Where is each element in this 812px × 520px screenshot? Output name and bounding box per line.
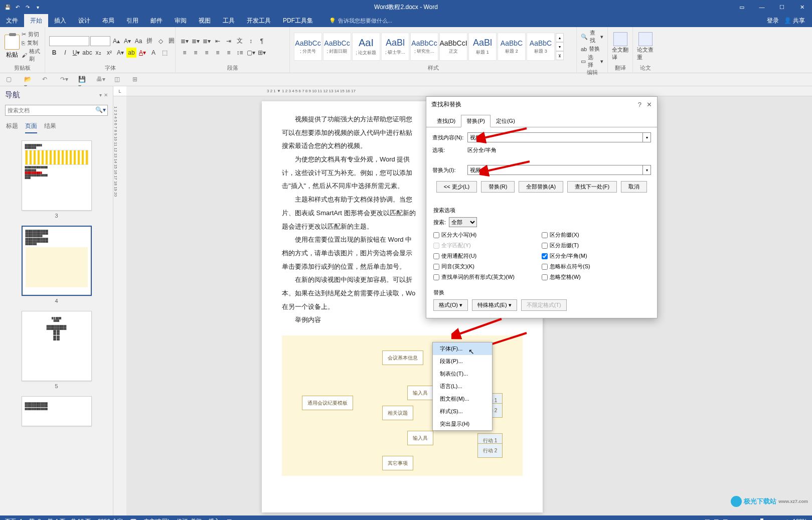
thesis-button[interactable]: 论文查重 bbox=[637, 32, 654, 61]
find-next-button[interactable]: 查找下一处(F) bbox=[567, 181, 617, 193]
style-item[interactable]: AaBbCc; 研究生... bbox=[410, 33, 438, 61]
indent-dec-icon[interactable]: ⇤ bbox=[213, 36, 223, 46]
tab-design[interactable]: 设计 bbox=[72, 14, 96, 27]
justify-icon[interactable]: ≡ bbox=[213, 48, 223, 58]
bullets-icon[interactable]: ≣▾ bbox=[180, 36, 190, 46]
format-menu-frame[interactable]: 图文框(M)... bbox=[433, 393, 492, 405]
dialog-close-icon[interactable]: ✕ bbox=[646, 101, 652, 108]
highlight-icon[interactable]: ab bbox=[126, 48, 136, 58]
less-button[interactable]: << 更少(L) bbox=[436, 181, 477, 193]
copy-button[interactable]: ⎘ 复制 bbox=[22, 39, 41, 47]
indent-inc-icon[interactable]: ⇥ bbox=[224, 36, 234, 46]
nav-tab-pages[interactable]: 页面 bbox=[25, 122, 37, 133]
tab-view[interactable]: 视图 bbox=[193, 14, 217, 27]
multilevel-icon[interactable]: ≣▾ bbox=[202, 36, 212, 46]
font-family-select[interactable] bbox=[49, 36, 89, 46]
tab-insert[interactable]: 插入 bbox=[48, 14, 72, 27]
check-prefix[interactable]: 区分前缀(X) bbox=[542, 231, 650, 239]
status-revise[interactable]: 修订: 关闭 bbox=[177, 517, 202, 521]
status-page-of[interactable]: 第 4 页，共 13 页 bbox=[48, 517, 91, 521]
save-icon[interactable]: 💾 bbox=[3, 3, 12, 12]
page-thumbnail[interactable]: ████████████████████████████████████████… bbox=[22, 396, 92, 426]
tab-pdf[interactable]: PDF工具集 bbox=[277, 14, 319, 27]
check-case[interactable]: 区分大小写(H) bbox=[433, 231, 542, 239]
char-shading-icon[interactable]: A bbox=[148, 48, 158, 58]
qat-blank-icon[interactable]: ▢ bbox=[6, 76, 15, 84]
status-lang[interactable]: 中文(中国) bbox=[144, 517, 170, 521]
select-button[interactable]: ▭ 选择▾ bbox=[581, 54, 603, 69]
line-spacing-icon[interactable]: ↕≡ bbox=[235, 48, 245, 58]
format-button[interactable]: 格式(O) ▾ bbox=[433, 299, 468, 311]
replace-one-button[interactable]: 替换(R) bbox=[481, 181, 515, 193]
tab-references[interactable]: 引用 bbox=[120, 14, 144, 27]
style-expand-icon[interactable]: ⊻ bbox=[556, 51, 564, 60]
find-input[interactable]: 视频 bbox=[467, 132, 643, 142]
qat-undo-icon[interactable]: ↶ bbox=[42, 76, 51, 84]
tab-home[interactable]: 开始 bbox=[24, 14, 48, 27]
cancel-button[interactable]: 取消 bbox=[621, 181, 647, 193]
maximize-icon[interactable]: ☐ bbox=[772, 0, 792, 14]
tab-developer[interactable]: 开发工具 bbox=[241, 14, 277, 27]
translate-button[interactable]: 全文翻译 bbox=[612, 32, 628, 61]
minimize-icon[interactable]: — bbox=[752, 0, 772, 14]
numbering-icon[interactable]: ≣▾ bbox=[191, 36, 201, 46]
styles-gallery[interactable]: AaBbCc; 分类号 AaBbCc; 封面日期 AaI; 论文标题 AaBl;… bbox=[294, 33, 564, 61]
nav-tab-results[interactable]: 结果 bbox=[44, 122, 56, 133]
special-format-button[interactable]: 特殊格式(E) ▾ bbox=[472, 299, 517, 311]
format-menu-language[interactable]: 语言(L)... bbox=[433, 380, 492, 393]
dialog-tab-replace[interactable]: 替换(P) bbox=[461, 115, 491, 127]
format-menu-tabs[interactable]: 制表位(T)... bbox=[433, 368, 492, 380]
replace-all-button[interactable]: 全部替换(A) bbox=[519, 181, 563, 193]
format-menu-font[interactable]: 字体(F)... bbox=[433, 342, 492, 355]
status-insert[interactable]: 插入 bbox=[209, 517, 220, 521]
tell-me[interactable]: 💡 告诉我您想要做什么... bbox=[319, 17, 392, 25]
status-page[interactable]: 页面: 4 bbox=[5, 517, 22, 521]
align-left-icon[interactable]: ≡ bbox=[180, 48, 190, 58]
style-item[interactable]: AaI; 论文标题 bbox=[352, 33, 380, 61]
shrink-font-icon[interactable]: A▾ bbox=[122, 36, 132, 46]
style-item[interactable]: AaBbCc; 封面日期 bbox=[323, 33, 351, 61]
login-button[interactable]: 登录 bbox=[767, 17, 779, 25]
char-border-icon[interactable]: ⬚ bbox=[159, 48, 170, 58]
align-right-icon[interactable]: ≡ bbox=[202, 48, 212, 58]
tab-layout[interactable]: 布局 bbox=[96, 14, 120, 27]
page-thumbnail[interactable]: █ █ ████████████████████████████████████… bbox=[22, 311, 92, 389]
style-item[interactable]: AaBbCcI正文 bbox=[439, 33, 467, 61]
qat-save-icon[interactable]: 💾▾ bbox=[78, 76, 87, 84]
nav-search-input[interactable] bbox=[5, 105, 108, 116]
status-record-icon[interactable]: ▦ bbox=[227, 518, 232, 521]
check-suffix[interactable]: 区分后缀(T) bbox=[542, 242, 650, 249]
superscript-icon[interactable]: x² bbox=[104, 48, 114, 58]
qat-misc-icon[interactable]: ⊞ bbox=[132, 76, 141, 84]
dialog-tab-goto[interactable]: 定位(G) bbox=[491, 115, 521, 127]
clear-format-icon[interactable]: ◇ bbox=[155, 36, 166, 46]
search-direction-select[interactable]: 全部 bbox=[449, 217, 477, 227]
replace-button[interactable]: ab 替换 bbox=[581, 45, 603, 53]
check-ignore-space[interactable]: 忽略空格(W) bbox=[542, 273, 650, 281]
replace-input[interactable]: 视频 bbox=[467, 165, 643, 175]
qat-more-icon[interactable]: ▾ bbox=[33, 3, 42, 12]
tab-review[interactable]: 审阅 bbox=[169, 14, 193, 27]
phonetic-icon[interactable]: 拼 bbox=[144, 36, 154, 46]
check-wordforms[interactable]: 查找单词的所有形式(英文)(W) bbox=[433, 273, 542, 281]
view-print-icon[interactable]: ▦ bbox=[714, 518, 719, 521]
distribute-icon[interactable]: ≡ bbox=[224, 48, 234, 58]
search-icon[interactable]: 🔍▾ bbox=[95, 106, 106, 113]
zoom-out-icon[interactable]: — bbox=[732, 518, 737, 520]
format-menu-highlight[interactable]: 突出显示(H) bbox=[433, 418, 492, 430]
dialog-tab-find[interactable]: 查找(D) bbox=[431, 115, 461, 127]
tab-tools[interactable]: 工具 bbox=[217, 14, 241, 27]
style-scroll-down-icon[interactable]: ▾ bbox=[556, 42, 564, 51]
zoom-in-icon[interactable]: + bbox=[785, 518, 788, 520]
share-button[interactable]: 👤 共享 bbox=[784, 17, 805, 25]
qat-print-icon[interactable]: 🖶▾ bbox=[96, 76, 105, 84]
dialog-help-icon[interactable]: ? bbox=[638, 101, 641, 108]
qat-preview-icon[interactable]: ◫ bbox=[114, 76, 123, 84]
cut-button[interactable]: ✂ 剪切 bbox=[22, 31, 41, 38]
enclose-icon[interactable]: 囲 bbox=[167, 36, 177, 46]
sort-icon[interactable]: ↕ bbox=[246, 36, 256, 46]
zoom-percent[interactable]: 100% bbox=[793, 518, 807, 520]
font-color-icon[interactable]: A▾ bbox=[137, 48, 147, 58]
borders-icon[interactable]: ⊞▾ bbox=[257, 48, 267, 58]
asian-layout-icon[interactable]: 文 bbox=[235, 36, 245, 46]
